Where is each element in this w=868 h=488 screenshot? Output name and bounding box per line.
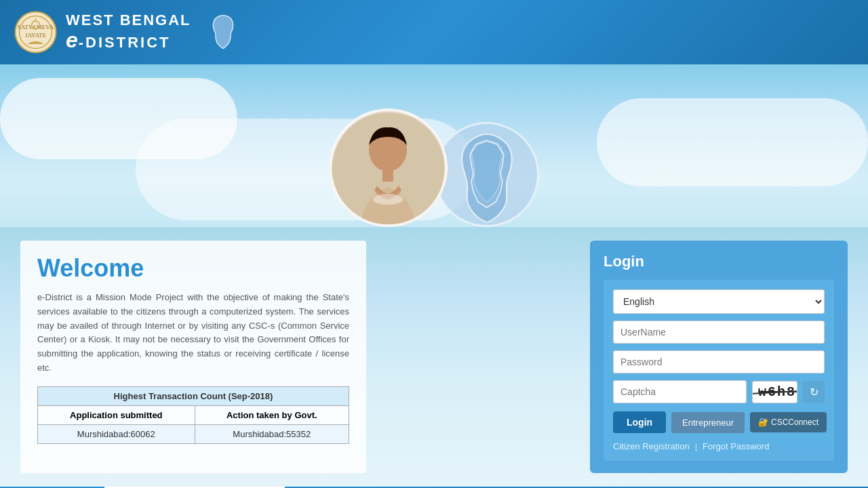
entrepreneur-button[interactable]: Entrepreneur [671, 412, 745, 433]
wb-map-icon [206, 12, 240, 53]
captcha-row: w6h8d ↻ [613, 380, 825, 403]
logo: SATYAMEVA JAYATE West Bengal e-District [14, 10, 240, 54]
password-input[interactable] [613, 350, 825, 373]
stats-header: Highest Transaction Count (Sep-2018) [38, 386, 349, 405]
header-text: West Bengal e-District [66, 12, 191, 52]
login-links: Citizen Registration | Forgot Password [613, 441, 825, 451]
e-letter: e [66, 28, 79, 52]
forgot-password-link[interactable]: Forgot Password [703, 441, 769, 451]
emblem-icon: SATYAMEVA JAYATE [14, 10, 58, 54]
captcha-input[interactable] [613, 380, 747, 403]
csc-icon: 🔐 [758, 418, 768, 427]
main-content: Welcome e-District is a Mission Mode Pro… [0, 227, 868, 487]
cscconnect-button[interactable]: 🔐 CSCConnect [750, 412, 827, 432]
stats-col1: Application submitted [38, 405, 195, 424]
login-button[interactable]: Login [613, 411, 666, 433]
captcha-text: w6h8d [758, 384, 797, 400]
login-title: Login [604, 253, 834, 270]
cscconnect-label: CSCConnect [771, 418, 818, 427]
map-circle [434, 122, 539, 227]
welcome-title: Welcome [37, 254, 349, 283]
captcha-display: w6h8d [752, 381, 797, 403]
stats-col2: Action taken by Govt. [195, 405, 349, 424]
citizen-registration-link[interactable]: Citizen Registration [613, 441, 690, 451]
svg-rect-8 [382, 169, 393, 182]
login-inner: English Bengali Hindi w6h8d ↻ Login Entr… [604, 280, 834, 461]
cloud-2 [597, 98, 868, 186]
dash-district: -District [79, 34, 171, 51]
edistrict-text: e-District [66, 28, 191, 52]
captcha-refresh-button[interactable]: ↻ [803, 381, 825, 403]
username-input[interactable] [613, 321, 825, 344]
person-circle [329, 108, 448, 227]
svg-text:JAYATE: JAYATE [25, 32, 47, 39]
svg-point-9 [373, 194, 403, 205]
state-name: West Bengal [66, 12, 191, 28]
welcome-description: e-District is a Mission Mode Project wit… [37, 291, 349, 375]
hero-section [0, 64, 868, 227]
stats-val1: Murshidabad:60062 [38, 424, 195, 443]
stats-val2: Murshidabad:55352 [195, 424, 349, 443]
welcome-panel: Welcome e-District is a Mission Mode Pro… [20, 241, 366, 473]
login-buttons-row: Login Entrepreneur 🔐 CSCConnect [613, 411, 825, 433]
header: SATYAMEVA JAYATE West Bengal e-District [0, 0, 868, 64]
login-panel: Login English Bengali Hindi w6h8d ↻ Logi… [590, 241, 848, 473]
stats-table: Highest Transaction Count (Sep-2018) App… [37, 386, 349, 444]
language-select[interactable]: English Bengali Hindi [613, 289, 825, 314]
hero-images [329, 108, 539, 227]
link-separator: | [695, 441, 697, 451]
